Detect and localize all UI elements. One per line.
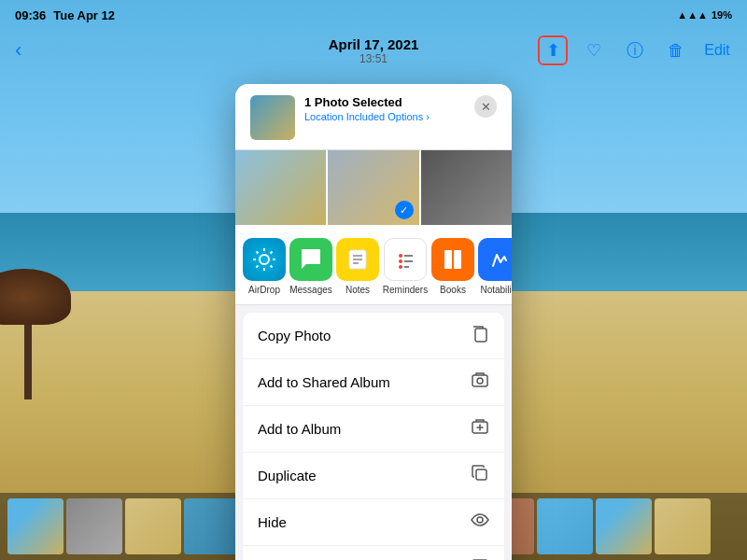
app-airdrop[interactable]: AirDrop bbox=[243, 238, 286, 295]
app-notes[interactable]: Notes bbox=[336, 238, 379, 295]
hide-label: Hide bbox=[258, 514, 287, 530]
sheet-photo-2: ✓ bbox=[328, 150, 418, 225]
close-button[interactable]: ✕ bbox=[474, 95, 497, 118]
options-link[interactable]: Options › bbox=[388, 111, 430, 122]
sheet-photo-3 bbox=[421, 150, 512, 225]
books-icon bbox=[431, 238, 474, 281]
svg-rect-12 bbox=[454, 250, 461, 269]
airdrop-label: AirDrop bbox=[248, 285, 280, 295]
app-books[interactable]: Books bbox=[431, 238, 474, 295]
svg-point-0 bbox=[260, 255, 269, 264]
copy-photo-label: Copy Photo bbox=[258, 328, 331, 343]
copy-photo-icon bbox=[471, 324, 489, 347]
svg-point-7 bbox=[399, 265, 402, 269]
airdrop-icon bbox=[243, 238, 286, 281]
svg-rect-11 bbox=[444, 250, 452, 269]
hide-action[interactable]: Hide bbox=[243, 499, 504, 546]
duplicate-icon bbox=[471, 464, 489, 487]
messages-label: Messages bbox=[289, 285, 332, 295]
svg-rect-17 bbox=[476, 469, 486, 480]
svg-point-15 bbox=[477, 378, 483, 384]
add-shared-album-action[interactable]: Add to Shared Album bbox=[243, 359, 504, 406]
svg-rect-14 bbox=[472, 375, 487, 386]
sheet-subtitle: Location Included Options › bbox=[304, 111, 465, 122]
add-to-album-action[interactable]: Add to Album bbox=[243, 406, 504, 453]
svg-point-6 bbox=[399, 259, 402, 263]
copy-photo-action[interactable]: Copy Photo bbox=[243, 313, 504, 359]
books-label: Books bbox=[440, 285, 466, 295]
duplicate-action[interactable]: Duplicate bbox=[243, 453, 504, 499]
hide-icon bbox=[471, 511, 489, 534]
share-sheet: 1 Photo Selected Location Included Optio… bbox=[235, 84, 512, 560]
app-messages[interactable]: Messages bbox=[289, 238, 332, 295]
svg-point-5 bbox=[399, 254, 402, 258]
share-sheet-overlay: 1 Photo Selected Location Included Optio… bbox=[0, 0, 747, 560]
app-notability[interactable]: Notability bbox=[478, 238, 512, 295]
notes-icon bbox=[336, 238, 379, 281]
add-shared-album-icon bbox=[471, 371, 489, 394]
add-shared-album-label: Add to Shared Album bbox=[258, 374, 390, 390]
app-reminders[interactable]: Reminders bbox=[383, 238, 428, 295]
selected-checkmark: ✓ bbox=[395, 201, 414, 219]
sheet-title: 1 Photo Selected bbox=[304, 95, 465, 109]
sheet-actions: Copy Photo Add to Shared Album bbox=[243, 313, 504, 560]
sheet-thumbnail bbox=[250, 95, 295, 140]
sheet-photo-1 bbox=[235, 150, 326, 225]
add-to-album-icon bbox=[471, 417, 489, 441]
notability-icon bbox=[478, 238, 512, 281]
slideshow-action[interactable]: Slideshow bbox=[243, 546, 504, 560]
close-icon: ✕ bbox=[481, 100, 491, 114]
sheet-apps: AirDrop Messages bbox=[235, 225, 512, 305]
notability-label: Notability bbox=[480, 285, 512, 295]
sheet-header: 1 Photo Selected Location Included Optio… bbox=[235, 84, 512, 150]
svg-point-18 bbox=[477, 517, 483, 523]
messages-icon bbox=[289, 238, 332, 281]
add-to-album-label: Add to Album bbox=[258, 421, 341, 437]
notes-label: Notes bbox=[345, 285, 370, 295]
sheet-photos: ✓ bbox=[235, 150, 512, 225]
sheet-header-text: 1 Photo Selected Location Included Optio… bbox=[304, 95, 465, 122]
svg-rect-13 bbox=[475, 329, 486, 342]
reminders-icon bbox=[384, 238, 427, 281]
reminders-label: Reminders bbox=[383, 285, 428, 295]
location-label: Location Included bbox=[304, 111, 385, 122]
duplicate-label: Duplicate bbox=[258, 468, 317, 483]
